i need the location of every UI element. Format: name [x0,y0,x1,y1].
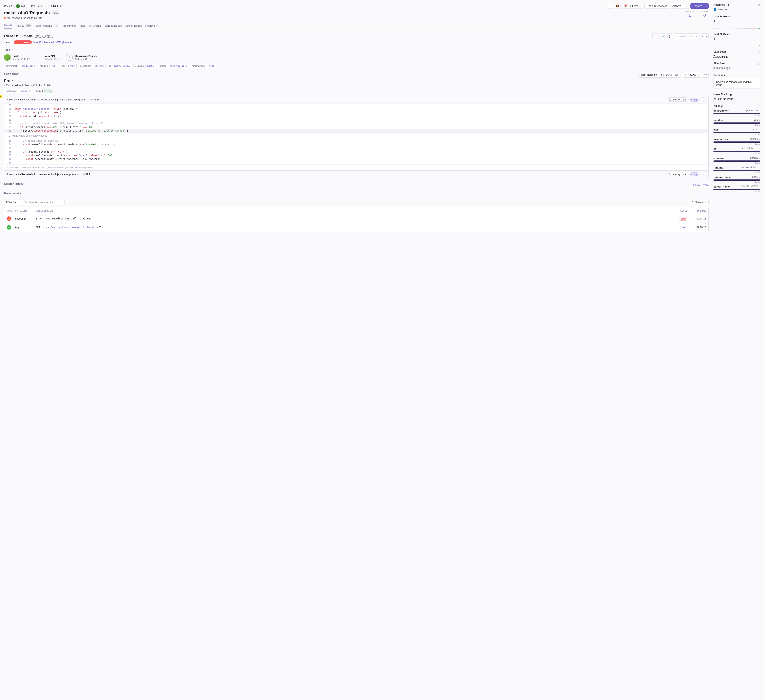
breadcrumb-search-input[interactable] [23,199,65,205]
github-issue-link[interactable]: ⌥GitHub Issue+ [714,97,760,100]
next-event-button[interactable]: › [705,33,709,39]
expand-frame-button[interactable]: ⌄ [701,172,706,176]
event-date[interactable]: Jan 17, 09:18 [34,34,53,38]
breadcrumb-url-link[interactable]: https://api.github.com/users/octocat [42,226,94,229]
called-from: Called from: node:internal/process/task_… [4,164,708,170]
releases-title: Releases [714,74,760,77]
tag-pill[interactable]: environmentproduction [4,64,37,68]
tab-feedback[interactable]: User Feedback0 [35,22,58,29]
breadcrumb-issues[interactable]: Issues [4,5,12,8]
apple-icon [36,54,43,61]
archive-dropdown[interactable]: ⌄ [683,3,689,9]
breadcrumb-project[interactable]: RATE-LIMITS-FOR-SCIENCE-2 [21,5,62,8]
js-badge-icon: JS [0,95,2,98]
tab-activity[interactable]: Activity💬0 [16,22,32,29]
inapp-badge: In App [689,98,699,102]
tag-pill[interactable]: runtime.namenode [190,64,216,68]
users-stat[interactable]: USERS0 [701,10,709,18]
collapse-frame-button[interactable]: ⌃ [701,97,706,102]
open-discover-button[interactable]: Open in Discover [644,3,669,9]
assignee-selector[interactable]: 👤No one⌄ [714,8,760,11]
release-link[interactable]: See which release caused this issue› [714,78,760,89]
tab-details[interactable]: Details [4,22,12,29]
first-seen-value[interactable]: 8 minutes ago [714,66,760,69]
all-tag-item[interactable]: runtimenode v18.18.2 ⌄100% [714,166,760,174]
last-30-title: Last 30 Days [714,33,760,36]
json-button[interactable]: { } [667,33,673,39]
breadcrumb: Issues › RATE-LIMITS-FOR-SCIENCE-2 [4,5,62,8]
tab-attachments[interactable]: Attachments [62,22,76,29]
tag-pill[interactable]: handledtrue [33,89,53,93]
root-pill[interactable]: Root [4,41,13,44]
tab-replays[interactable]: Replays [145,22,159,29]
env-selector[interactable]: 📅 All Envs ⌄ [622,3,643,9]
tag-pill[interactable]: handledyes [38,64,57,68]
all-tags-title: All Tags [714,105,723,108]
help-icon[interactable]: ? [11,49,13,51]
bell-off-button[interactable]: 🔕 [614,3,621,9]
tag-pill[interactable]: os.namemacOS [133,64,156,68]
inapp-badge-2: In App [689,172,699,176]
source-code: 25 26const makeLotsOfRequests = async (a… [4,103,708,133]
help-icon[interactable]: ? [758,62,760,65]
breadcrumb-row-http[interactable]: ⇄ http GET https://api.github.com/users/… [4,223,708,232]
show-details-link[interactable]: Show Details [693,183,709,186]
col-time: ⇄ TIME [690,209,706,212]
os-info: macOSVersion: 14.2.1 [36,54,60,61]
swap-icon: ⇄ [7,225,11,230]
st-more-button[interactable]: ••• [703,72,709,78]
bc-sort-button[interactable]: ⇅ Newest ⌄ [689,199,709,205]
tag-pill[interactable]: runtimenode v18.18.2 [157,64,189,68]
all-tag-item[interactable]: levelerror ⌄100% [714,128,760,136]
archive-button[interactable]: Archive [670,3,683,9]
all-tag-item[interactable]: environmentproduction ⌄100% [714,109,760,117]
tab-tags[interactable]: Tags [80,22,86,29]
tag-pill[interactable]: levelerror [58,64,77,68]
tag-pill[interactable]: osmacOS 14.2.1 [107,64,132,68]
all-tag-item[interactable]: handledyes ⌄100% [714,119,760,126]
link-button[interactable]: 🔗 [660,33,666,39]
breadcrumb-row-exception[interactable]: 🔥 exception Error: 403 received for call… [4,215,708,223]
tab-similar[interactable]: Similar Issues [125,22,142,29]
gear-icon[interactable]: ⚙ [758,3,760,6]
runtime-info: nodeVersion: v18.18.2 [4,54,30,61]
relevance-toggle[interactable]: Most Relevant Full Stack Trace [639,72,681,78]
issue-title: makeLotsOfRequests New [4,10,59,16]
event-id: Event ID: 166f650eJan 17, 09:18 [4,34,53,38]
prev-event-button[interactable]: ‹ [701,33,705,39]
unminify-button-2[interactable]: 🔧 Unminify Code [666,172,688,176]
more-button[interactable]: ••• [607,3,613,9]
sort-newest-button[interactable]: ⇅ Newest ⌄ [682,72,701,78]
unminify-button[interactable]: 🔧 Unminify Code [666,97,688,102]
resolve-dropdown[interactable]: ⌄ [705,3,709,9]
tag-pill[interactable]: mechanismgeneric [78,64,106,68]
all-tag-item[interactable]: server_nameYWY452M07W ⌄100% [714,185,760,193]
col-type: TYPE [7,210,13,212]
this-event-pill[interactable]: 🔥This Event [14,41,32,44]
first-seen-title: First Seen [714,62,726,65]
help-icon[interactable]: ? [758,50,760,53]
resolve-button[interactable]: Resolve [690,3,705,9]
filter-by-button[interactable]: Filter By ⌄ [4,199,21,205]
frame-path: /Users/salma/dev/rate-limits-for-science… [7,98,99,101]
unknown-device-icon: ? [66,54,73,61]
assigned-to-title: Assigned To [714,3,729,6]
all-tag-item[interactable]: runtime.namenode ⌄100% [714,175,760,183]
project-icon [16,5,20,8]
help-icon[interactable]: ? [758,105,760,107]
all-tag-item[interactable]: mechanismgeneric ⌄100% [714,138,760,145]
tab-all-events[interactable]: All Events [89,22,101,29]
last-seen-value[interactable]: 7 minutes ago [714,55,760,58]
tab-merged[interactable]: Merged Issues [105,22,122,29]
view-trace-link[interactable]: View Full Trace: e2b38f76 (1 event) [33,41,72,44]
all-tag-item[interactable]: os.namemacOS ⌄100% [714,157,760,164]
tag-pill[interactable]: mechanismgeneric [4,89,32,93]
source-hint[interactable]: ⌥Tell us where your source code is [4,133,708,139]
all-tag-item[interactable]: osmacOS 14.2.1 ⌄100% [714,147,760,155]
recommended-selector[interactable]: Recommended ⌄ [674,33,699,39]
col-category: CATEGORY [15,210,33,212]
plus-icon[interactable]: + [758,97,760,100]
last-24-title: Last 24 Hours [714,15,760,18]
events-stat[interactable]: EVENTS1 [685,10,695,18]
event-more-button[interactable]: ••• [653,33,659,39]
